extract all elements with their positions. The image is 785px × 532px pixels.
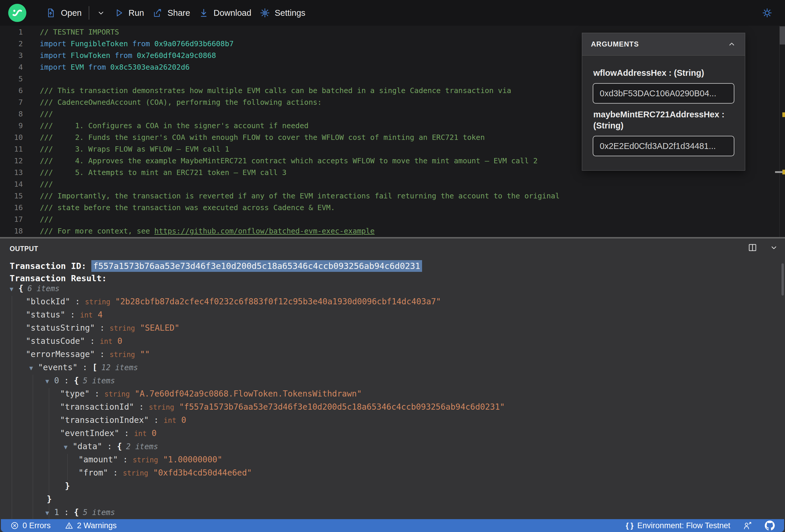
tree-item-count: 6 items [27, 284, 60, 293]
code-link[interactable]: https://github.com/onflow/batched-evm-ex… [154, 227, 375, 235]
open-button[interactable]: Open [42, 3, 86, 22]
collapse-toggle-icon[interactable]: ▼ [45, 507, 54, 520]
code-text: /// 5. Attempts to mint an ERC721 token … [40, 167, 286, 178]
tree-value: "f557a1573b76aa53e73d46f3e10d200d5c18a65… [179, 402, 505, 412]
collapse-toggle-icon[interactable]: ▼ [29, 362, 38, 375]
overview-position-mark [775, 171, 783, 173]
output-scrollbar-thumb[interactable] [782, 263, 784, 296]
tree-value-type: string [110, 351, 135, 359]
code-line[interactable]: 15/// Importantly, the transaction is re… [0, 190, 779, 202]
tree-row: "errorMessage" : string "" [0, 348, 779, 361]
line-number: 6 [0, 85, 23, 97]
settings-button[interactable]: Settings [255, 3, 310, 22]
share-label: Share [168, 8, 190, 18]
code-line[interactable]: 18/// For more context, see https://gith… [0, 225, 779, 237]
transaction-id-line: Transaction ID: f557a1573b76aa53e73d46f3… [10, 260, 422, 272]
code-text: /// For more context, see https://github… [40, 225, 375, 237]
argument-label-wflow: wflowAddressHex : (String) [593, 67, 734, 78]
tree-row: "amount" : string "1.00000000" [0, 453, 779, 466]
github-icon[interactable] [765, 521, 775, 531]
tree-key: "blockId" [26, 297, 70, 306]
line-number: 1 [0, 26, 23, 38]
tree-key: "status" [26, 310, 65, 320]
collapse-toggle-icon[interactable]: ▼ [64, 441, 73, 454]
line-number: 18 [0, 225, 23, 237]
tree-open-brace: { [19, 283, 23, 293]
code-editor[interactable]: 1// TESTNET IMPORTS2import FungibleToken… [0, 26, 785, 237]
tree-row: ▼1 : {5 items [0, 506, 779, 519]
code-text: /// 1. Configures a COA in the signer's … [40, 120, 308, 132]
line-number: 8 [0, 108, 23, 120]
editor-scrollbar-thumb[interactable] [780, 26, 785, 45]
code-text: /// 2. Funds the signer's COA with enoug… [40, 132, 485, 144]
collapse-toggle-icon[interactable]: ▼ [10, 283, 19, 296]
tree-value-type: string [110, 324, 135, 332]
theme-toggle-button[interactable] [758, 3, 777, 22]
tree-value: 0 [181, 415, 186, 425]
line-number: 7 [0, 97, 23, 108]
collapse-output-chevron-icon[interactable] [769, 243, 779, 252]
open-dropdown-button[interactable] [92, 3, 110, 22]
tree-row: ▼"events" : [12 items [0, 361, 779, 374]
tree-row: } [0, 492, 779, 506]
share-icon [152, 8, 163, 18]
tree-open-brace: { [74, 376, 79, 385]
tree-row: "transactionId" : string "f557a1573b76aa… [0, 400, 779, 413]
code-line[interactable]: 16/// state before the transaction was e… [0, 202, 779, 213]
tree-item-count: 5 items [83, 508, 115, 517]
code-text: /// [40, 108, 53, 120]
argument-input-wflow[interactable] [593, 83, 734, 104]
tree-row: "blockId" : string "2b28cbfb87da2cfec4f0… [0, 295, 779, 308]
line-number: 16 [0, 202, 23, 213]
tree-key: "events" [38, 362, 78, 372]
run-label: Run [128, 8, 144, 18]
line-number: 10 [0, 132, 23, 144]
warnings-status[interactable]: 2 Warnings [65, 521, 117, 530]
arguments-header[interactable]: ARGUMENTS [582, 33, 745, 56]
download-icon [198, 8, 209, 18]
tree-row: ▼{6 items [0, 282, 779, 295]
tree-key: "amount" [78, 455, 118, 464]
code-text: /// [40, 178, 53, 190]
argument-input-maybemint[interactable] [593, 136, 734, 156]
editor-scrollbar[interactable] [780, 26, 785, 237]
tree-value-type: int [80, 311, 93, 319]
line-number: 12 [0, 155, 23, 167]
environment-status[interactable]: { } Environment: Flow Testnet [626, 521, 730, 530]
code-text: // TESTNET IMPORTS [40, 26, 119, 38]
line-number: 17 [0, 213, 23, 225]
download-button[interactable]: Download [194, 3, 255, 22]
tree-row: "status" : int 4 [0, 308, 779, 321]
code-text: /// This transaction demonstrates how mu… [40, 85, 511, 97]
tree-row: "statusString" : string "SEALED" [0, 321, 779, 334]
line-number: 13 [0, 167, 23, 178]
line-number: 14 [0, 178, 23, 190]
environment-label: Environment: Flow Testnet [637, 521, 730, 530]
transaction-id-label: Transaction ID: [10, 261, 91, 271]
run-button[interactable]: Run [110, 3, 148, 22]
tree-open-brace: { [117, 441, 122, 451]
warning-triangle-icon [65, 521, 73, 530]
tree-value: "1.00000000" [163, 455, 222, 464]
tree-value: 0 [152, 428, 157, 438]
tree-item-count: 12 items [101, 363, 138, 372]
tree-key: "statusString" [26, 323, 95, 333]
code-line[interactable]: 17/// [0, 213, 779, 225]
errors-status[interactable]: 0 Errors [10, 521, 51, 530]
code-line[interactable]: 14/// [0, 178, 779, 190]
argument-label-maybemint: maybeMintERC721AddressHex : (String) [593, 109, 734, 131]
share-button[interactable]: Share [148, 3, 194, 22]
chevron-down-icon [96, 8, 106, 18]
flow-logo[interactable] [8, 4, 26, 22]
tree-value: 4 [98, 310, 103, 320]
tree-row: "eventIndex" : int 0 [0, 427, 779, 440]
collapse-chevron-up-icon[interactable] [727, 40, 736, 49]
split-panel-icon[interactable] [748, 243, 758, 253]
tree-value: "2b28cbfb87da2cfec4f0232c6f883f0f12c95b3… [115, 297, 441, 306]
line-number: 2 [0, 38, 23, 50]
collapse-toggle-icon[interactable]: ▼ [45, 375, 54, 388]
tree-key: "transactionIndex" [60, 415, 149, 425]
status-bar: 0 Errors 2 Warnings { } Environment: Flo… [1, 519, 784, 532]
line-number: 4 [0, 61, 23, 73]
feedback-person-icon[interactable] [742, 521, 753, 531]
